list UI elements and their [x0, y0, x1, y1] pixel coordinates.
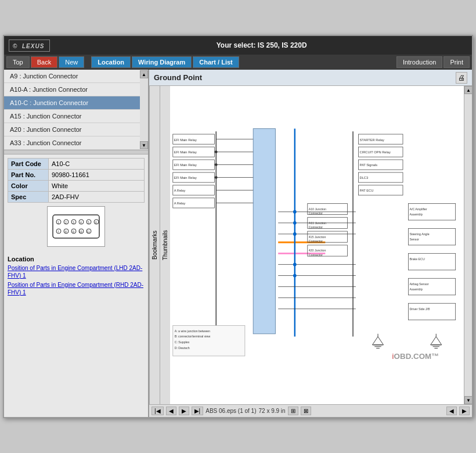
wiring-diagram-button[interactable]: Wiring Diagram — [132, 56, 192, 68]
top-button[interactable]: Top — [6, 56, 30, 68]
nav-item-a33[interactable]: A33 : Junction Connector — [4, 136, 140, 150]
svg-text:9: 9 — [73, 230, 74, 233]
svg-text:EFI Main Relay: EFI Main Relay — [174, 176, 197, 179]
scroll-left-status[interactable]: ◀ — [446, 407, 457, 415]
svg-point-45 — [215, 176, 218, 179]
svg-text:Airbag Sensor: Airbag Sensor — [409, 282, 429, 286]
svg-text:EFI Main Relay: EFI Main Relay — [174, 163, 197, 167]
location-link-lhd[interactable]: Position of Parts in Engine Compartment … — [8, 264, 145, 279]
svg-text:A Relay: A Relay — [174, 202, 186, 205]
nav-prev-button[interactable]: ◀ — [166, 407, 176, 415]
part-code-value: A10-C — [49, 159, 145, 170]
wiring-diagram: EFI Main Relay EFI Main Relay EFI Main R… — [170, 86, 464, 404]
page-status: ABS 06.eps (1 of 1) — [205, 408, 256, 414]
diagram-title: Ground Point — [154, 73, 202, 82]
connector-svg: 1 2 3 4 5 6 7 8 — [50, 209, 102, 244]
nav-scrollbar: ▲ ▼ — [140, 70, 148, 150]
svg-text:Connector: Connector — [309, 239, 323, 243]
svg-text:Assembly: Assembly — [409, 213, 423, 216]
spec-row: Spec 2AD-FHV — [8, 192, 145, 203]
svg-text:Connector: Connector — [309, 225, 323, 229]
color-row: Color White — [8, 181, 145, 192]
location-button[interactable]: Location — [91, 56, 131, 68]
main-content: A9 : Junction Connector A10-A : Junction… — [4, 70, 472, 417]
svg-point-44 — [215, 163, 218, 166]
svg-text:PAT ECU: PAT ECU — [360, 189, 374, 192]
color-value: White — [49, 181, 145, 192]
svg-text:Driver Side J/B: Driver Side J/B — [409, 307, 430, 311]
nav-item-a9[interactable]: A9 : Junction Connector — [4, 70, 140, 83]
svg-point-71 — [293, 221, 297, 225]
left-panel: A9 : Junction Connector A10-A : Junction… — [4, 70, 149, 417]
scroll-down-right[interactable]: ▼ — [464, 396, 472, 404]
nav-item-a15[interactable]: A15 : Junction Connector — [4, 110, 140, 123]
svg-text:Brake ECU: Brake ECU — [409, 257, 424, 261]
introduction-button[interactable]: Introduction — [396, 56, 442, 68]
location-section: Location Position of Parts in Engine Com… — [4, 253, 148, 300]
nav-item-a10c[interactable]: A10-C : Junction Connector — [4, 96, 140, 110]
svg-text:11: 11 — [86, 230, 90, 233]
svg-text:EFI Main Relay: EFI Main Relay — [174, 138, 197, 142]
scroll-down-button[interactable]: ▼ — [140, 141, 148, 149]
svg-text:Connector: Connector — [309, 211, 323, 215]
toolbar: Top Back New Location Wiring Diagram Cha… — [4, 55, 472, 70]
svg-text:CIRCUIT OPN Relay: CIRCUIT OPN Relay — [360, 150, 391, 154]
nav-first-button[interactable]: |◀ — [152, 407, 164, 415]
svg-text:EFI Main Relay: EFI Main Relay — [174, 150, 197, 154]
bookmarks-tab[interactable]: Bookmarks — [149, 86, 160, 404]
fit-button[interactable]: ⊠ — [301, 407, 311, 415]
nav-next-button[interactable]: ▶ — [179, 407, 189, 415]
svg-text:Connector: Connector — [309, 253, 323, 257]
chart-list-button[interactable]: Chart / List — [193, 56, 239, 68]
connector-image: 1 2 3 4 5 6 7 8 — [47, 206, 105, 247]
svg-text:415 Junction: 415 Junction — [309, 235, 326, 239]
lexus-copyright: © — [13, 43, 17, 49]
right-scrollbar: ▲ ▼ — [464, 86, 472, 404]
lexus-logo: © LEXUS — [9, 39, 50, 52]
nav-list-wrapper: A9 : Junction Connector A10-A : Junction… — [4, 70, 148, 150]
scroll-up-right[interactable]: ▲ — [464, 86, 472, 94]
zoom-button[interactable]: ⊞ — [288, 407, 298, 415]
svg-text:A Relay: A Relay — [174, 189, 186, 192]
wiring-diagram-svg: EFI Main Relay EFI Main Relay EFI Main R… — [170, 86, 464, 404]
svg-text:B: connector/terminal view: B: connector/terminal view — [175, 335, 211, 338]
svg-rect-46 — [253, 129, 275, 334]
part-no-value: 90980-11661 — [49, 170, 145, 181]
svg-text:STARTER Relay: STARTER Relay — [360, 138, 385, 142]
title-bar: Your select: IS 250, IS 220D — [56, 41, 467, 49]
lexus-name: LEXUS — [22, 43, 44, 49]
svg-text:A11 Junction: A11 Junction — [309, 221, 326, 225]
diagram-area: Bookmarks Thumbnails EFI Main Relay EFI … — [149, 86, 472, 404]
nav-item-a10a[interactable]: A10-A : Junction Connector — [4, 83, 140, 96]
nav-last-button[interactable]: ▶| — [192, 407, 204, 415]
svg-text:Sensor: Sensor — [409, 238, 419, 241]
scroll-up-button[interactable]: ▲ — [140, 70, 148, 78]
svg-point-43 — [215, 150, 218, 153]
part-code-row: Part Code A10-C — [8, 159, 145, 170]
scroll-right-status[interactable]: ▶ — [459, 407, 470, 415]
diagram-print-icon[interactable]: 🖨 — [456, 72, 467, 84]
part-info-table: Part Code A10-C Part No. 90980-11661 Col… — [8, 158, 145, 203]
main-window: © LEXUS Your select: IS 250, IS 220D Top… — [3, 35, 473, 418]
spec-value: 2AD-FHV — [49, 192, 145, 203]
nav-items-container: A9 : Junction Connector A10-A : Junction… — [4, 70, 140, 150]
svg-point-74 — [293, 274, 297, 278]
print-button[interactable]: Print — [443, 56, 470, 68]
nav-item-a20[interactable]: A20 : Junction Connector — [4, 123, 140, 136]
svg-text:1: 1 — [57, 221, 59, 224]
svg-text:4: 4 — [80, 221, 82, 224]
svg-text:DLC3: DLC3 — [360, 176, 369, 179]
svg-text:2: 2 — [65, 221, 67, 224]
svg-text:7: 7 — [57, 230, 59, 233]
diagram-panel: Ground Point 🖨 Bookmarks Thumbnails — [149, 70, 472, 417]
svg-point-72 — [293, 232, 297, 236]
new-button[interactable]: New — [59, 56, 84, 68]
back-button[interactable]: Back — [31, 56, 57, 68]
svg-rect-0 — [53, 215, 99, 238]
location-link-rhd[interactable]: Position of Parts in Engine Compartment … — [8, 281, 145, 296]
svg-text:A: a wire junction between: A: a wire junction between — [175, 329, 210, 333]
svg-text:5: 5 — [88, 221, 89, 224]
svg-text:3: 3 — [73, 221, 74, 224]
svg-text:PAT Signals: PAT Signals — [360, 163, 378, 167]
thumbnails-tab[interactable]: Thumbnails — [160, 86, 170, 404]
